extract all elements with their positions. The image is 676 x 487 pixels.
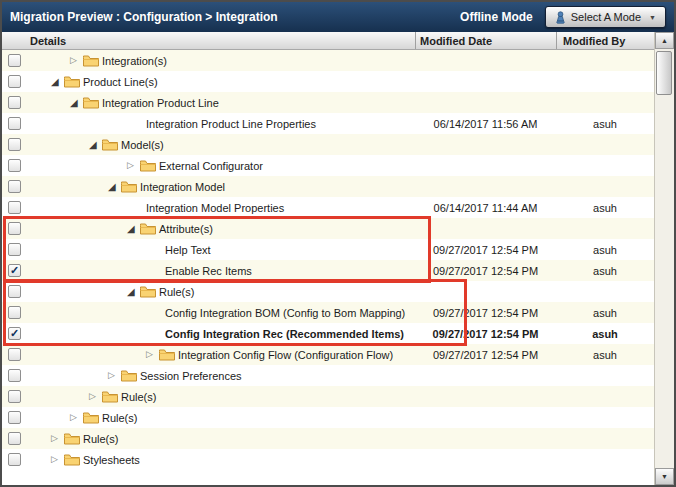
- row-label[interactable]: Integration Model: [140, 181, 225, 193]
- row-label[interactable]: Rule(s): [102, 412, 137, 424]
- content-area: Details Modified Date Modified By ▷ Inte…: [2, 32, 674, 485]
- tree-row[interactable]: ◢ Rule(s): [2, 281, 654, 302]
- row-label[interactable]: Config Integration BOM (Config to Bom Ma…: [165, 307, 405, 319]
- checkbox-cell: [2, 138, 28, 151]
- row-checkbox[interactable]: [8, 453, 21, 466]
- tree-row[interactable]: Config Integration BOM (Config to Bom Ma…: [2, 302, 654, 323]
- expand-icon[interactable]: ▷: [51, 434, 64, 443]
- tree-row[interactable]: ▷ Rule(s): [2, 428, 654, 449]
- row-checkbox[interactable]: [8, 243, 21, 256]
- tree-row[interactable]: ▷ Stylesheets: [2, 449, 654, 470]
- row-checkbox[interactable]: [8, 96, 21, 109]
- row-label[interactable]: External Configurator: [159, 160, 263, 172]
- row-label[interactable]: Integration(s): [102, 55, 167, 67]
- tree-row[interactable]: ✓ Config Integration Rec (Recommended It…: [2, 323, 654, 344]
- tree-row[interactable]: ◢ Integration Product Line: [2, 92, 654, 113]
- tree-row[interactable]: ◢ Product Line(s): [2, 71, 654, 92]
- row-checkbox[interactable]: [8, 348, 21, 361]
- folder-icon: [83, 412, 99, 424]
- expand-icon[interactable]: ◢: [127, 287, 140, 297]
- expand-icon[interactable]: ▷: [70, 413, 83, 422]
- row-label[interactable]: Attribute(s): [159, 223, 213, 235]
- row-checkbox[interactable]: [8, 222, 21, 235]
- details-cell: ◢ Integration Model: [28, 181, 415, 193]
- checkbox-cell: [2, 306, 28, 319]
- row-checkbox[interactable]: [8, 411, 21, 424]
- checkbox-cell: [2, 348, 28, 361]
- scroll-down-button[interactable]: ▼: [655, 468, 674, 485]
- row-checkbox[interactable]: [8, 54, 21, 67]
- folder-icon: [64, 433, 80, 445]
- row-label[interactable]: Rule(s): [121, 391, 156, 403]
- row-checkbox[interactable]: [8, 138, 21, 151]
- modified-by-cell: asuh: [556, 328, 654, 340]
- row-checkbox[interactable]: ✓: [8, 327, 21, 340]
- checkbox-cell: [2, 369, 28, 382]
- expand-icon[interactable]: ◢: [51, 77, 64, 87]
- folder-icon: [121, 370, 137, 382]
- row-checkbox[interactable]: [8, 432, 21, 445]
- folder-icon: [102, 391, 118, 403]
- tree-row[interactable]: ◢ Integration Model: [2, 176, 654, 197]
- row-label[interactable]: Stylesheets: [83, 454, 140, 466]
- expand-icon[interactable]: ◢: [108, 182, 121, 192]
- row-label[interactable]: Rule(s): [83, 433, 118, 445]
- scroll-track[interactable]: [655, 49, 674, 468]
- row-checkbox[interactable]: [8, 306, 21, 319]
- row-label[interactable]: Integration Model Properties: [146, 202, 284, 214]
- row-label[interactable]: Config Integration Rec (Recommended Item…: [165, 328, 404, 340]
- expand-icon[interactable]: ▷: [51, 455, 64, 464]
- row-label[interactable]: Help Text: [165, 244, 211, 256]
- details-cell: ◢ Integration Product Line: [28, 97, 415, 109]
- expand-icon[interactable]: ▷: [146, 350, 159, 359]
- modified-date-cell: 09/27/2017 12:54 PM: [415, 244, 556, 256]
- row-label[interactable]: Rule(s): [159, 286, 194, 298]
- details-cell: Enable Rec Items: [28, 265, 415, 277]
- row-label[interactable]: Integration Product Line Properties: [146, 118, 316, 130]
- scroll-thumb[interactable]: [656, 51, 672, 95]
- row-label[interactable]: Integration Config Flow (Configuration F…: [178, 349, 393, 361]
- row-label[interactable]: Product Line(s): [83, 76, 158, 88]
- tree-row[interactable]: ▷ Integration Config Flow (Configuration…: [2, 344, 654, 365]
- tree-row[interactable]: ◢ Attribute(s): [2, 218, 654, 239]
- tree-row[interactable]: Help Text 09/27/2017 12:54 PM asuh: [2, 239, 654, 260]
- row-label[interactable]: Session Preferences: [140, 370, 242, 382]
- tree-row[interactable]: ▷ External Configurator: [2, 155, 654, 176]
- row-checkbox[interactable]: [8, 159, 21, 172]
- expand-icon[interactable]: ▷: [108, 371, 121, 380]
- tree-row[interactable]: Integration Model Properties 06/14/2017 …: [2, 197, 654, 218]
- titlebar: Migration Preview : Configuration > Inte…: [2, 2, 674, 32]
- row-checkbox[interactable]: [8, 369, 21, 382]
- row-checkbox[interactable]: [8, 285, 21, 298]
- row-checkbox[interactable]: [8, 180, 21, 193]
- tree-row[interactable]: ▷ Integration(s): [2, 50, 654, 71]
- row-checkbox[interactable]: [8, 201, 21, 214]
- row-checkbox[interactable]: [8, 390, 21, 403]
- row-checkbox[interactable]: ✓: [8, 264, 21, 277]
- expand-icon[interactable]: ◢: [127, 224, 140, 234]
- details-cell: ▷ Rule(s): [28, 412, 415, 424]
- tree-row[interactable]: ▷ Rule(s): [2, 386, 654, 407]
- expand-icon[interactable]: ◢: [89, 140, 102, 150]
- tree-row[interactable]: ✓ Enable Rec Items 09/27/2017 12:54 PM a…: [2, 260, 654, 281]
- tree-row[interactable]: ▷ Session Preferences: [2, 365, 654, 386]
- expand-icon[interactable]: ▷: [70, 56, 83, 65]
- expand-icon[interactable]: ▷: [127, 161, 140, 170]
- tree-row[interactable]: Integration Product Line Properties 06/1…: [2, 113, 654, 134]
- row-checkbox[interactable]: [8, 75, 21, 88]
- row-label[interactable]: Enable Rec Items: [165, 265, 252, 277]
- checkbox-cell: ✓: [2, 264, 28, 277]
- expand-icon[interactable]: ◢: [70, 98, 83, 108]
- tree-row[interactable]: ◢ Model(s): [2, 134, 654, 155]
- vertical-scrollbar[interactable]: ▲ ▼: [654, 32, 674, 485]
- checkbox-cell: [2, 285, 28, 298]
- scroll-up-button[interactable]: ▲: [655, 32, 674, 49]
- row-checkbox[interactable]: [8, 117, 21, 130]
- column-header-details: Details: [2, 32, 415, 49]
- tree-row[interactable]: ▷ Rule(s): [2, 407, 654, 428]
- select-mode-button[interactable]: Select A Mode ▼: [545, 6, 666, 28]
- row-label[interactable]: Model(s): [121, 139, 164, 151]
- details-cell: Help Text: [28, 244, 415, 256]
- row-label[interactable]: Integration Product Line: [102, 97, 219, 109]
- expand-icon[interactable]: ▷: [89, 392, 102, 401]
